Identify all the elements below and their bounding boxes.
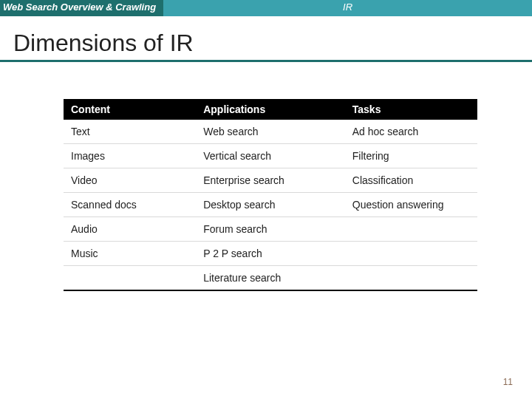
title-underline	[0, 60, 532, 62]
cell-tasks	[345, 266, 477, 291]
cell-tasks: Classification	[345, 168, 477, 193]
table-row: Scanned docs Desktop search Question ans…	[64, 193, 477, 217]
header-content: Content	[64, 99, 196, 120]
cell-tasks: Question answering	[345, 193, 477, 217]
slide-title: Dimensions of IR	[13, 30, 532, 57]
table-row: Images Vertical search Filtering	[64, 144, 477, 168]
top-bar: Web Search Overview & Crawling IR	[0, 0, 532, 16]
cell-content: Text	[64, 120, 196, 144]
header-tasks: Tasks	[345, 99, 477, 120]
cell-applications: P 2 P search	[196, 242, 345, 266]
cell-content	[64, 266, 196, 291]
cell-applications: Enterprise search	[196, 168, 345, 193]
table-row: Audio Forum search	[64, 217, 477, 242]
cell-applications: Vertical search	[196, 144, 345, 168]
cell-content: Scanned docs	[64, 193, 196, 217]
dimensions-table: Content Applications Tasks Text Web sear…	[64, 99, 477, 291]
page-number: 11	[503, 377, 513, 387]
cell-content: Audio	[64, 217, 196, 242]
header-applications: Applications	[196, 99, 345, 120]
cell-tasks: Filtering	[345, 144, 477, 168]
cell-content: Music	[64, 242, 196, 266]
cell-tasks: Ad hoc search	[345, 120, 477, 144]
topbar-right-title: IR	[163, 0, 532, 16]
cell-applications: Web search	[196, 120, 345, 144]
cell-applications: Forum search	[196, 217, 345, 242]
cell-tasks	[345, 242, 477, 266]
cell-applications: Desktop search	[196, 193, 345, 217]
topbar-left-title: Web Search Overview & Crawling	[0, 0, 163, 16]
cell-content: Images	[64, 144, 196, 168]
table-row: Music P 2 P search	[64, 242, 477, 266]
table-header-row: Content Applications Tasks	[64, 99, 477, 120]
cell-tasks	[345, 217, 477, 242]
table-row: Literature search	[64, 266, 477, 291]
table-row: Video Enterprise search Classification	[64, 168, 477, 193]
dimensions-table-wrap: Content Applications Tasks Text Web sear…	[64, 99, 477, 291]
table-row: Text Web search Ad hoc search	[64, 120, 477, 144]
cell-applications: Literature search	[196, 266, 345, 291]
cell-content: Video	[64, 168, 196, 193]
